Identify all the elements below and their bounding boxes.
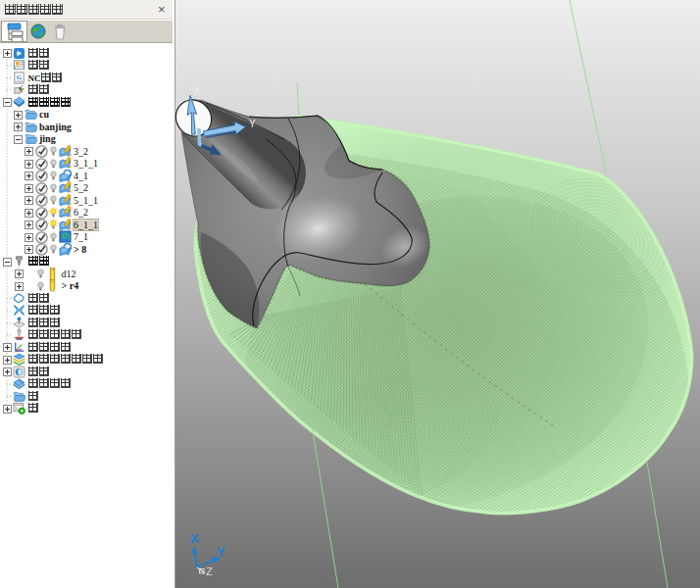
svg-text:Z: Z (206, 565, 213, 577)
svg-text:Y: Y (249, 119, 256, 129)
svg-text:X: X (190, 531, 199, 546)
svg-text:Y: Y (217, 545, 225, 560)
svg-text:X: X (194, 85, 201, 96)
